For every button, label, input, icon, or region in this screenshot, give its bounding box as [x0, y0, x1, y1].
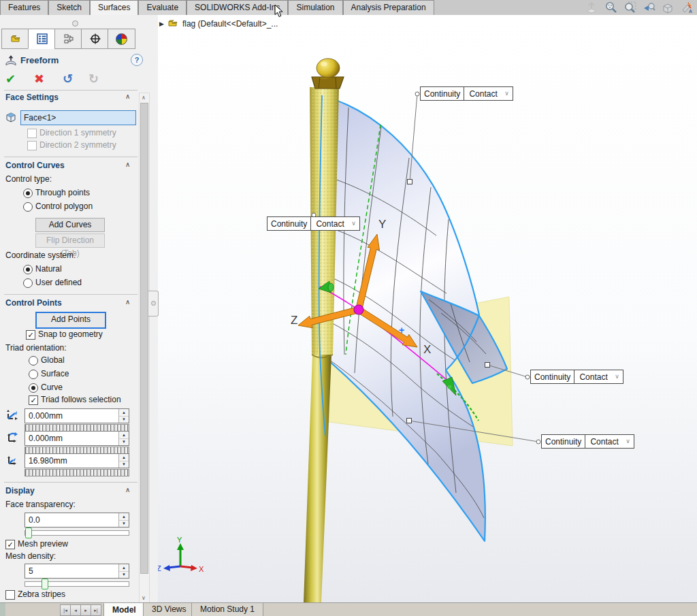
global-radio[interactable]: [29, 356, 38, 366]
flip-direction-button[interactable]: Flip Direction (Tab): [35, 233, 105, 248]
first-tab-button[interactable]: |◂: [60, 604, 71, 616]
collapse-icon[interactable]: ∧: [125, 486, 130, 493]
delta-z-input[interactable]: 16.980mm ▲▼: [25, 453, 129, 468]
continuity-callout-left: Continuity Contact∨: [267, 216, 360, 231]
continuity-callout-top: Continuity Contact∨: [420, 86, 513, 101]
flag-pole-lower[interactable]: [304, 355, 331, 602]
collapse-icon[interactable]: ∧: [125, 93, 130, 100]
delta-z-value: 16.980mm: [29, 456, 67, 466]
expand-tree-icon[interactable]: ▶: [159, 20, 164, 27]
tab-configuration-manager[interactable]: [54, 29, 82, 49]
add-curves-button[interactable]: Add Curves: [35, 218, 105, 232]
panel-drag-handle[interactable]: [72, 20, 78, 27]
heads-up-view-toolbar: A: [584, 1, 694, 14]
surface-radio[interactable]: [29, 370, 38, 379]
ok-button[interactable]: ✔: [5, 71, 16, 87]
continuity-dropdown[interactable]: Contact∨: [464, 86, 513, 101]
tab-motion-study-1[interactable]: Motion Study 1: [191, 603, 263, 616]
collapse-icon[interactable]: ∧: [125, 298, 130, 306]
direction2-symmetry-checkbox[interactable]: [27, 141, 37, 150]
tab-feature-manager[interactable]: [1, 29, 29, 49]
undo-button[interactable]: ↺: [63, 71, 73, 87]
status-tab-bar: |◂ ◂ ▸ ▸| Model 3D Views Motion Study 1: [0, 602, 697, 616]
section-view-icon[interactable]: [660, 1, 675, 14]
tab-simulation[interactable]: Simulation: [288, 0, 342, 15]
natural-radio[interactable]: [23, 265, 33, 274]
tab-3d-views[interactable]: 3D Views: [143, 603, 195, 616]
tab-display-manager[interactable]: [108, 29, 135, 49]
graphics-area[interactable]: X Y Z +: [158, 15, 697, 602]
mesh-preview-checkbox[interactable]: ✓: [5, 540, 15, 549]
face-transparency-spinner[interactable]: ▲▼: [118, 513, 129, 527]
zebra-stripes-checkbox[interactable]: [5, 590, 15, 600]
tab-model[interactable]: Model: [103, 603, 145, 616]
orientation-z-label: Z: [158, 564, 161, 572]
delta-y-value: 0.000mm: [29, 434, 63, 443]
edge-handle[interactable]: [407, 419, 412, 423]
mesh-density-slider-thumb[interactable]: [42, 579, 48, 589]
face-selection-box[interactable]: Face<1>: [20, 110, 136, 125]
prev-tab-button[interactable]: ◂: [70, 604, 81, 616]
chevron-down-icon: ∨: [504, 90, 509, 97]
help-icon[interactable]: ?: [131, 54, 143, 66]
zebra-stripes-label: Zebra stripes: [18, 589, 65, 599]
delta-y-input[interactable]: 0.000mm ▲▼: [25, 431, 129, 446]
snap-to-geometry-checkbox[interactable]: ✓: [26, 330, 35, 340]
tab-analysis-preparation[interactable]: Analysis Preparation: [343, 0, 434, 15]
part-icon: [167, 18, 179, 29]
delta-x-input[interactable]: 0.000mm ▲▼: [25, 408, 129, 423]
tab-property-manager[interactable]: [28, 29, 56, 49]
tab-evaluate[interactable]: Evaluate: [138, 0, 187, 15]
face-transparency-slider[interactable]: [25, 530, 129, 536]
delta-x-spinner[interactable]: ▲▼: [118, 409, 129, 423]
delta-x-value: 0.000mm: [29, 411, 63, 421]
flyout-feature-tree[interactable]: ▶ flag (Default<<Default>_...: [159, 18, 278, 29]
normal-to-icon[interactable]: [584, 1, 599, 14]
control-polygon-radio[interactable]: [23, 202, 33, 212]
view-settings-icon[interactable]: A: [679, 1, 694, 14]
delta-z-thumbwheel[interactable]: [25, 469, 129, 476]
dimxpert-icon: [89, 33, 101, 44]
face-selection-value: Face<1>: [24, 113, 56, 123]
continuity-dropdown[interactable]: Contact∨: [311, 216, 359, 231]
cancel-button[interactable]: ✖: [34, 71, 44, 87]
last-tab-button[interactable]: ▸|: [91, 604, 101, 616]
zoom-to-area-icon[interactable]: [622, 1, 637, 14]
control-point-ball[interactable]: [354, 305, 363, 314]
chevron-down-icon: ∨: [615, 373, 619, 380]
tab-surfaces[interactable]: Surfaces: [90, 0, 138, 15]
mesh-density-input[interactable]: 5 ▲▼: [25, 564, 129, 579]
panel-scrollbar[interactable]: ∧ ∨: [139, 93, 150, 603]
tab-features[interactable]: Features: [0, 0, 48, 15]
collapse-icon[interactable]: ∧: [125, 161, 130, 168]
mesh-density-slider[interactable]: [25, 581, 129, 587]
panel-scrollbar-thumb[interactable]: [140, 103, 148, 574]
direction1-symmetry-checkbox[interactable]: [27, 129, 37, 138]
tab-sketch[interactable]: Sketch: [48, 0, 90, 15]
continuity-dropdown[interactable]: Contact∨: [574, 370, 623, 384]
user-defined-radio[interactable]: [23, 278, 33, 288]
triad-follows-selection-checkbox[interactable]: ✓: [29, 395, 38, 405]
tab-solidworks-add-ins[interactable]: SOLIDWORKS Add-Ins: [187, 0, 288, 15]
previous-view-icon[interactable]: [641, 1, 656, 14]
edge-handle[interactable]: [408, 180, 412, 184]
next-tab-button[interactable]: ▸: [80, 604, 91, 616]
panel-splitter-handle[interactable]: [148, 291, 159, 317]
triad-y-label: Y: [378, 218, 386, 231]
scroll-down-icon[interactable]: ∨: [140, 594, 148, 602]
add-points-button[interactable]: Add Points: [35, 312, 106, 329]
delta-y-spinner[interactable]: ▲▼: [118, 432, 129, 445]
curve-radio[interactable]: [29, 383, 38, 393]
face-transparency-slider-thumb[interactable]: [25, 528, 32, 538]
redo-button[interactable]: ↻: [88, 71, 99, 87]
through-points-radio[interactable]: [23, 189, 33, 198]
zoom-to-fit-icon[interactable]: [603, 1, 618, 14]
delta-z-spinner[interactable]: ▲▼: [118, 454, 129, 468]
edge-handle[interactable]: [485, 363, 490, 368]
scroll-up-icon[interactable]: ∧: [140, 93, 148, 102]
face-transparency-input[interactable]: 0.0 ▲▼: [25, 513, 129, 528]
section-display: Display: [5, 486, 35, 496]
mesh-density-spinner[interactable]: ▲▼: [118, 564, 129, 578]
tab-dimxpert-manager[interactable]: [81, 29, 109, 49]
continuity-dropdown[interactable]: Contact∨: [585, 434, 634, 449]
